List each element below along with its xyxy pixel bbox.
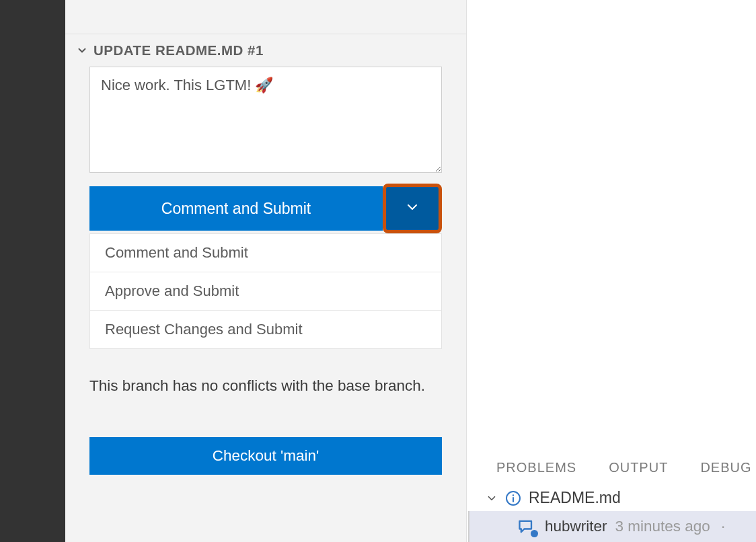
sidebar-panel: UPDATE README.MD #1 Comment and Submit C…	[65, 0, 467, 542]
review-comment-input[interactable]	[89, 67, 442, 173]
tab-output[interactable]: OUTPUT	[609, 460, 668, 475]
activity-bar[interactable]	[0, 0, 65, 542]
problems-file-name: README.md	[529, 489, 621, 507]
problems-file-header[interactable]: README.md	[467, 485, 756, 511]
problem-author: hubwriter	[545, 518, 607, 535]
editor-main	[467, 0, 756, 450]
info-icon	[504, 490, 522, 507]
comment-and-submit-button[interactable]: Comment and Submit	[89, 186, 383, 231]
comment-discussion-icon	[517, 516, 537, 537]
checkout-label: Checkout 'main'	[213, 447, 319, 465]
problem-time: 3 minutes ago	[615, 518, 710, 535]
option-request-changes-and-submit[interactable]: Request Changes and Submit	[90, 311, 441, 348]
bottom-panel: PROBLEMS OUTPUT DEBUG README.md hubwrite…	[467, 450, 756, 542]
chevron-down-icon	[76, 44, 88, 56]
bottom-panel-tabs: PROBLEMS OUTPUT DEBUG	[467, 451, 756, 485]
svg-point-2	[513, 494, 514, 496]
primary-submit-label: Comment and Submit	[161, 200, 311, 218]
chevron-down-icon	[486, 492, 498, 504]
option-approve-and-submit[interactable]: Approve and Submit	[90, 272, 441, 311]
pr-content: Comment and Submit Comment and Submit Ap…	[65, 67, 466, 475]
chevron-down-icon	[404, 199, 420, 218]
problem-entry[interactable]: hubwriter 3 minutes ago ·	[468, 511, 756, 542]
merge-status-text: This branch has no conflicts with the ba…	[89, 375, 442, 398]
option-comment-and-submit[interactable]: Comment and Submit	[90, 234, 441, 272]
sidebar-top-gap	[65, 0, 466, 34]
submit-split-button: Comment and Submit	[89, 186, 442, 231]
submit-options-list: Comment and Submit Approve and Submit Re…	[89, 233, 442, 349]
editor-area: PROBLEMS OUTPUT DEBUG README.md hubwrite…	[467, 0, 756, 542]
tab-problems[interactable]: PROBLEMS	[496, 460, 576, 475]
pr-section-header[interactable]: UPDATE README.MD #1	[65, 34, 466, 67]
pr-title: UPDATE README.MD #1	[93, 42, 264, 59]
submit-dropdown-toggle[interactable]	[383, 184, 442, 233]
tab-debug[interactable]: DEBUG	[700, 460, 751, 475]
checkout-main-button[interactable]: Checkout 'main'	[89, 437, 442, 475]
separator-dot: ·	[721, 518, 725, 535]
